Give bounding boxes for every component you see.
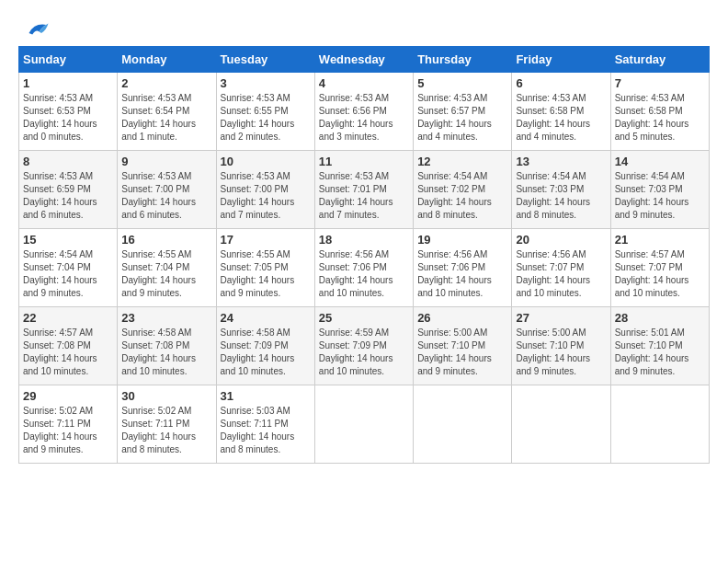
calendar-week-4: 22 Sunrise: 4:57 AMSunset: 7:08 PMDaylig… xyxy=(19,307,710,385)
weekday-header-row: SundayMondayTuesdayWednesdayThursdayFrid… xyxy=(19,47,710,73)
day-number: 30 xyxy=(121,389,211,403)
day-info: Sunrise: 4:57 AMSunset: 7:08 PMDaylight:… xyxy=(23,327,97,376)
day-number: 3 xyxy=(221,76,311,90)
weekday-header-monday: Monday xyxy=(118,47,216,73)
day-number: 1 xyxy=(23,76,113,90)
weekday-header-thursday: Thursday xyxy=(414,47,512,73)
calendar-cell xyxy=(414,385,512,464)
calendar-cell: 22 Sunrise: 4:57 AMSunset: 7:08 PMDaylig… xyxy=(19,307,118,385)
calendar-week-3: 15 Sunrise: 4:54 AMSunset: 7:04 PMDaylig… xyxy=(19,229,710,307)
calendar-cell: 12 Sunrise: 4:54 AMSunset: 7:02 PMDaylig… xyxy=(414,151,512,229)
logo-bird-icon xyxy=(22,18,50,44)
calendar-cell: 18 Sunrise: 4:56 AMSunset: 7:06 PMDaylig… xyxy=(314,229,413,307)
day-number: 23 xyxy=(121,311,211,325)
day-info: Sunrise: 5:03 AMSunset: 7:11 PMDaylight:… xyxy=(221,406,295,454)
calendar-cell: 3 Sunrise: 4:53 AMSunset: 6:55 PMDayligh… xyxy=(216,73,314,151)
calendar-body: 1 Sunrise: 4:53 AMSunset: 6:53 PMDayligh… xyxy=(19,73,710,464)
day-info: Sunrise: 4:53 AMSunset: 7:00 PMDaylight:… xyxy=(121,171,196,220)
calendar-cell xyxy=(314,385,413,464)
day-info: Sunrise: 4:54 AMSunset: 7:03 PMDaylight:… xyxy=(615,171,689,220)
day-info: Sunrise: 4:53 AMSunset: 6:53 PMDaylight:… xyxy=(23,93,97,142)
day-info: Sunrise: 5:02 AMSunset: 7:11 PMDaylight:… xyxy=(23,406,97,454)
calendar-cell: 19 Sunrise: 4:56 AMSunset: 7:06 PMDaylig… xyxy=(414,229,512,307)
day-number: 22 xyxy=(23,311,113,325)
day-number: 5 xyxy=(417,76,507,90)
weekday-header-wednesday: Wednesday xyxy=(314,47,413,73)
day-info: Sunrise: 4:54 AMSunset: 7:02 PMDaylight:… xyxy=(417,171,492,220)
day-info: Sunrise: 4:58 AMSunset: 7:08 PMDaylight:… xyxy=(121,327,196,376)
day-info: Sunrise: 4:53 AMSunset: 6:58 PMDaylight:… xyxy=(615,93,689,142)
day-info: Sunrise: 4:58 AMSunset: 7:09 PMDaylight:… xyxy=(221,327,295,376)
day-info: Sunrise: 4:53 AMSunset: 6:55 PMDaylight:… xyxy=(221,93,295,142)
day-number: 18 xyxy=(319,233,409,247)
day-number: 6 xyxy=(516,76,606,90)
day-info: Sunrise: 4:53 AMSunset: 7:01 PMDaylight:… xyxy=(319,171,393,220)
day-number: 17 xyxy=(221,233,311,247)
day-info: Sunrise: 4:53 AMSunset: 6:59 PMDaylight:… xyxy=(23,171,97,220)
day-number: 15 xyxy=(23,233,113,247)
day-info: Sunrise: 4:53 AMSunset: 6:57 PMDaylight:… xyxy=(417,93,492,142)
calendar-cell: 8 Sunrise: 4:53 AMSunset: 6:59 PMDayligh… xyxy=(19,151,118,229)
calendar-cell: 14 Sunrise: 4:54 AMSunset: 7:03 PMDaylig… xyxy=(610,151,709,229)
day-number: 26 xyxy=(417,311,507,325)
calendar-cell: 11 Sunrise: 4:53 AMSunset: 7:01 PMDaylig… xyxy=(314,151,413,229)
day-number: 12 xyxy=(417,155,507,168)
calendar-cell: 23 Sunrise: 4:58 AMSunset: 7:08 PMDaylig… xyxy=(118,307,216,385)
calendar-cell: 28 Sunrise: 5:01 AMSunset: 7:10 PMDaylig… xyxy=(610,307,709,385)
day-number: 7 xyxy=(615,76,705,90)
day-info: Sunrise: 4:56 AMSunset: 7:06 PMDaylight:… xyxy=(319,249,393,298)
calendar-cell: 9 Sunrise: 4:53 AMSunset: 7:00 PMDayligh… xyxy=(118,151,216,229)
day-number: 31 xyxy=(221,389,311,403)
calendar-cell: 27 Sunrise: 5:00 AMSunset: 7:10 PMDaylig… xyxy=(512,307,610,385)
day-number: 16 xyxy=(121,233,211,247)
day-info: Sunrise: 4:53 AMSunset: 6:56 PMDaylight:… xyxy=(319,93,393,142)
day-number: 9 xyxy=(121,155,211,168)
calendar-cell: 31 Sunrise: 5:03 AMSunset: 7:11 PMDaylig… xyxy=(216,385,314,464)
day-number: 14 xyxy=(615,155,705,168)
day-info: Sunrise: 4:53 AMSunset: 6:58 PMDaylight:… xyxy=(516,93,590,142)
calendar-cell: 26 Sunrise: 5:00 AMSunset: 7:10 PMDaylig… xyxy=(414,307,512,385)
calendar-cell: 29 Sunrise: 5:02 AMSunset: 7:11 PMDaylig… xyxy=(19,385,118,464)
day-number: 25 xyxy=(319,311,409,325)
day-info: Sunrise: 4:54 AMSunset: 7:04 PMDaylight:… xyxy=(23,249,97,298)
logo xyxy=(18,18,50,37)
calendar-cell: 5 Sunrise: 4:53 AMSunset: 6:57 PMDayligh… xyxy=(414,73,512,151)
day-info: Sunrise: 4:55 AMSunset: 7:05 PMDaylight:… xyxy=(221,249,295,298)
header xyxy=(18,18,710,37)
calendar-cell: 24 Sunrise: 4:58 AMSunset: 7:09 PMDaylig… xyxy=(216,307,314,385)
calendar-cell xyxy=(512,385,610,464)
calendar-cell: 10 Sunrise: 4:53 AMSunset: 7:00 PMDaylig… xyxy=(216,151,314,229)
day-number: 29 xyxy=(23,389,113,403)
day-info: Sunrise: 5:01 AMSunset: 7:10 PMDaylight:… xyxy=(615,327,689,376)
day-info: Sunrise: 5:00 AMSunset: 7:10 PMDaylight:… xyxy=(516,327,590,376)
calendar-cell: 15 Sunrise: 4:54 AMSunset: 7:04 PMDaylig… xyxy=(19,229,118,307)
day-number: 4 xyxy=(319,76,409,90)
day-number: 2 xyxy=(121,76,211,90)
calendar-cell: 20 Sunrise: 4:56 AMSunset: 7:07 PMDaylig… xyxy=(512,229,610,307)
day-number: 20 xyxy=(516,233,606,247)
day-info: Sunrise: 5:00 AMSunset: 7:10 PMDaylight:… xyxy=(417,327,492,376)
weekday-header-tuesday: Tuesday xyxy=(216,47,314,73)
day-info: Sunrise: 4:53 AMSunset: 6:54 PMDaylight:… xyxy=(121,93,196,142)
day-number: 27 xyxy=(516,311,606,325)
day-info: Sunrise: 4:54 AMSunset: 7:03 PMDaylight:… xyxy=(516,171,590,220)
day-info: Sunrise: 4:59 AMSunset: 7:09 PMDaylight:… xyxy=(319,327,393,376)
day-number: 19 xyxy=(417,233,507,247)
day-number: 11 xyxy=(319,155,409,168)
calendar-cell: 21 Sunrise: 4:57 AMSunset: 7:07 PMDaylig… xyxy=(610,229,709,307)
day-info: Sunrise: 4:55 AMSunset: 7:04 PMDaylight:… xyxy=(121,249,196,298)
day-number: 10 xyxy=(221,155,311,168)
weekday-header-saturday: Saturday xyxy=(610,47,709,73)
day-info: Sunrise: 4:53 AMSunset: 7:00 PMDaylight:… xyxy=(221,171,295,220)
weekday-header-sunday: Sunday xyxy=(19,47,118,73)
calendar-week-2: 8 Sunrise: 4:53 AMSunset: 6:59 PMDayligh… xyxy=(19,151,710,229)
day-number: 8 xyxy=(23,155,113,168)
calendar-cell: 13 Sunrise: 4:54 AMSunset: 7:03 PMDaylig… xyxy=(512,151,610,229)
calendar-cell xyxy=(610,385,709,464)
calendar-week-5: 29 Sunrise: 5:02 AMSunset: 7:11 PMDaylig… xyxy=(19,385,710,464)
calendar-cell: 17 Sunrise: 4:55 AMSunset: 7:05 PMDaylig… xyxy=(216,229,314,307)
day-info: Sunrise: 4:56 AMSunset: 7:06 PMDaylight:… xyxy=(417,249,492,298)
calendar-cell: 2 Sunrise: 4:53 AMSunset: 6:54 PMDayligh… xyxy=(118,73,216,151)
calendar-cell: 25 Sunrise: 4:59 AMSunset: 7:09 PMDaylig… xyxy=(314,307,413,385)
calendar-week-1: 1 Sunrise: 4:53 AMSunset: 6:53 PMDayligh… xyxy=(19,73,710,151)
